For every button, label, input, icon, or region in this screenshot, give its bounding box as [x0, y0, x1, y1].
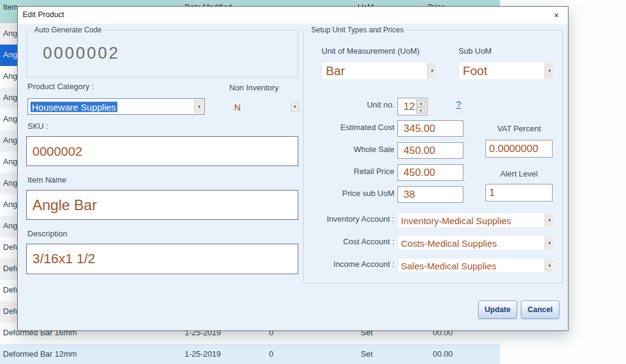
dialog-title: Edit Product [23, 10, 64, 19]
table-cell: Deformed Bar 12mm [3, 349, 77, 359]
auto-generate-code-group: Auto Generate Code 0000002 [26, 30, 298, 78]
non-inventory-value: N [234, 101, 241, 112]
inventory-account-label: Inventory Account : [304, 214, 394, 224]
description-label: Description [28, 229, 67, 238]
item-name-value: Angle Bar [32, 197, 97, 214]
cost-account-label: Cost Account : [304, 237, 394, 246]
income-account-label: Income Account : [304, 260, 394, 269]
uom-value: Bar [326, 64, 345, 78]
description-value: 3/16x1 1/2 [32, 251, 95, 267]
chevron-down-icon[interactable]: ▼ [427, 63, 436, 79]
retail-price-input[interactable]: 450.00 [397, 164, 463, 181]
chevron-down-icon[interactable]: ▼ [291, 101, 299, 112]
whole-sale-input[interactable]: 450.00 [397, 142, 463, 159]
price-sub-uom-input[interactable]: 38 [397, 186, 463, 203]
vat-percent-label: VAT Percent [485, 124, 553, 133]
description-input[interactable]: 3/16x1 1/2 [26, 244, 298, 274]
inventory-account-combobox[interactable]: Inventory-Medical Supplies ▼ [397, 213, 555, 228]
retail-price-label: Retail Price [304, 167, 394, 176]
estimated-cost-label: Estimated Cost [304, 123, 394, 132]
sku-value: 0000002 [32, 144, 83, 159]
update-button[interactable]: Update [478, 300, 517, 319]
non-inventory-label: Non Inventory [229, 83, 279, 92]
table-row[interactable]: Deformed Bar 12mm1-25-20190Set00.00 [0, 344, 500, 364]
unit-no-value: 12 [403, 101, 415, 113]
auto-generate-code-value: 0000002 [43, 44, 120, 63]
inventory-account-value: Inventory-Medical Supplies [401, 215, 511, 225]
cancel-button[interactable]: Cancel [521, 300, 559, 319]
price-sub-uom-label: Price sub UoM [304, 189, 394, 198]
sub-uom-value: Foot [463, 64, 487, 78]
alert-level-input[interactable]: 1 [485, 184, 553, 202]
whole-sale-label: Whole Sale [304, 145, 394, 154]
unit-no-label: Unit no. [304, 100, 394, 109]
estimated-cost-input[interactable]: 345.00 [397, 120, 463, 137]
vat-percent-input[interactable]: 0.0000000 [485, 140, 553, 158]
product-category-label: Product Category : [28, 82, 94, 91]
non-inventory-combobox[interactable]: N ▼ [232, 98, 299, 115]
price-sub-uom-value: 38 [403, 189, 415, 201]
alert-level-value: 1 [489, 187, 495, 199]
vat-percent-value: 0.0000000 [489, 143, 538, 155]
setup-unit-types-group: Setup Unit Types and Prices Unit of Meas… [303, 30, 563, 283]
spin-up-icon[interactable]: ▲ [416, 100, 425, 106]
alert-level-label: Alert Level [485, 169, 553, 178]
uom-combobox[interactable]: Bar ▼ [322, 62, 438, 80]
table-cell: 1-25-2019 [185, 349, 221, 359]
chevron-down-icon[interactable]: ▼ [545, 236, 554, 249]
uom-label: Unit of Measurement (UoM) [322, 46, 419, 56]
cost-account-combobox[interactable]: Costs-Medical Supplies ▼ [397, 235, 555, 250]
sku-input[interactable]: 0000002 [26, 136, 298, 166]
spin-down-icon[interactable]: ▼ [416, 107, 425, 114]
item-name-input[interactable]: Angle Bar [26, 190, 298, 220]
chevron-down-icon[interactable]: ▼ [545, 214, 554, 227]
auto-generate-code-label: Auto Generate Code [32, 26, 104, 34]
whole-sale-value: 450.00 [403, 145, 435, 157]
cost-account-value: Costs-Medical Supplies [401, 238, 497, 248]
product-category-value: Houseware Supplies [31, 101, 117, 112]
chevron-down-icon[interactable]: ▼ [194, 100, 204, 114]
table-cell: 0 [269, 349, 273, 359]
product-category-combobox[interactable]: Houseware Supplies ▼ [28, 98, 205, 115]
table-cell: Set [361, 349, 373, 359]
sku-label: SKU : [28, 122, 48, 131]
dialog-titlebar[interactable]: Edit Product × [18, 7, 568, 24]
income-account-value: Sales-Medical Supplies [401, 260, 496, 271]
close-icon[interactable]: × [551, 10, 562, 21]
setup-group-label: Setup Unit Types and Prices [309, 26, 406, 34]
retail-price-value: 450.00 [403, 167, 435, 179]
sub-uom-combobox[interactable]: Foot ▼ [458, 62, 555, 80]
screen: Item Date Modified UoM Price AngleAngleA… [0, 0, 626, 364]
help-link[interactable]: ? [456, 99, 461, 109]
item-name-label: Item Name [28, 175, 67, 184]
chevron-down-icon[interactable]: ▼ [545, 259, 554, 272]
unit-no-stepper[interactable]: 12 ▲ ▼ [397, 98, 427, 115]
sub-uom-label: Sub UoM [458, 46, 492, 56]
spinner: ▲ ▼ [416, 100, 425, 114]
edit-product-dialog: Edit Product × Auto Generate Code 000000… [17, 6, 569, 331]
income-account-combobox[interactable]: Sales-Medical Supplies ▼ [397, 258, 555, 273]
chevron-down-icon[interactable]: ▼ [545, 63, 554, 79]
column-header-item: Item [3, 3, 18, 12]
table-cell: 00.00 [433, 349, 453, 359]
estimated-cost-value: 345.00 [403, 123, 435, 135]
